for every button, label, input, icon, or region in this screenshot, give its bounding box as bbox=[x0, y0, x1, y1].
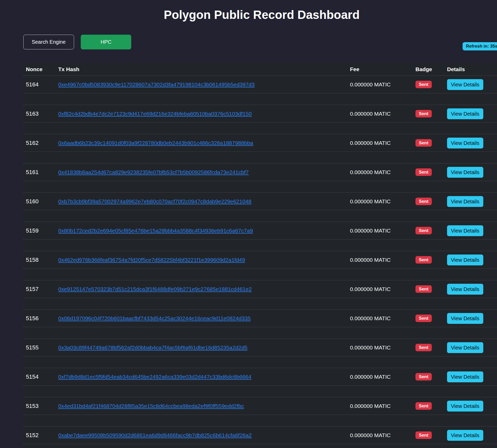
page-root: { "page": { "title": "Polygon Public Rec… bbox=[0, 0, 497, 448]
view-details-button[interactable]: View Details bbox=[447, 79, 483, 90]
fee-value: 0.000000 MATIC bbox=[350, 198, 391, 204]
tx-hash-link[interactable]: 0x06d197096c04f720b601baacfbf7433d54c25a… bbox=[58, 315, 251, 321]
table-row: 5164 0xe4967c0bd5083930c9e117028607a7302… bbox=[23, 76, 497, 93]
badge-cell: Sent bbox=[412, 251, 444, 269]
fee-value: 0.000000 MATIC bbox=[350, 111, 391, 117]
view-details-button[interactable]: View Details bbox=[447, 255, 483, 265]
fee-cell: 0.000000 MATIC bbox=[347, 76, 412, 93]
tx-hash-link[interactable]: 0xe4967c0bd5083930c9e117028607a7302d3fa4… bbox=[58, 81, 255, 87]
fee-value: 0.000000 MATIC bbox=[350, 257, 391, 263]
toolbar: Search Engine HPC bbox=[23, 35, 497, 49]
view-details-button[interactable]: View Details bbox=[447, 138, 483, 148]
hpc-button[interactable]: HPC bbox=[81, 35, 131, 49]
badge-cell: Sent bbox=[412, 134, 444, 152]
view-details-button[interactable]: View Details bbox=[447, 430, 483, 441]
table-row: 5160 0xb7b3cb9bf39a57002974a9962e7eb80c0… bbox=[23, 193, 497, 210]
tx-hash-cell: 0x80b172ced2b2e694e05cf85e476be15a28bbb4… bbox=[55, 222, 347, 240]
view-details-button[interactable]: View Details bbox=[447, 108, 483, 119]
collapsed-detail-row bbox=[23, 152, 497, 163]
tx-hash-link[interactable]: 0x462ed976b366feaf36754a7fd20f5ce7d58225… bbox=[58, 257, 245, 263]
nonce-cell: 5163 bbox=[23, 105, 55, 123]
view-details-button[interactable]: View Details bbox=[447, 313, 483, 324]
view-details-button[interactable]: View Details bbox=[447, 284, 483, 295]
collapsed-detail-cell bbox=[23, 210, 497, 222]
view-details-button[interactable]: View Details bbox=[447, 371, 483, 382]
fee-value: 0.000000 MATIC bbox=[350, 403, 391, 409]
badge-cell: Sent bbox=[412, 163, 444, 181]
nonce-value: 5162 bbox=[26, 140, 39, 146]
nonce-cell: 5160 bbox=[23, 193, 55, 210]
nonce-value: 5156 bbox=[26, 315, 39, 322]
view-details-button[interactable]: View Details bbox=[447, 196, 483, 207]
nonce-cell: 5164 bbox=[23, 76, 55, 93]
status-badge: Sent bbox=[415, 373, 432, 380]
fee-value: 0.000000 MATIC bbox=[350, 374, 391, 380]
status-badge: Sent bbox=[415, 139, 432, 147]
tx-hash-link[interactable]: 0x6aadb6b23c39c14091d0f03a9f228780db0eb2… bbox=[58, 140, 253, 146]
table-row: 5159 0x80b172ced2b2e694e05cf85e476be15a2… bbox=[23, 222, 497, 240]
tx-hash-cell: 0xb7b3cb9bf39a57002974a9962e7eb80c070acf… bbox=[55, 193, 347, 210]
column-header-nonce: Nonce bbox=[23, 63, 55, 76]
fee-cell: 0.000000 MATIC bbox=[347, 222, 412, 240]
tx-hash-cell: 0xe9125147e570323b7d51c215dca3f1f6488dfe… bbox=[55, 280, 347, 298]
collapsed-detail-row bbox=[23, 123, 497, 134]
nonce-value: 5164 bbox=[26, 81, 39, 88]
nonce-cell: 5155 bbox=[23, 339, 55, 356]
fee-value: 0.000000 MATIC bbox=[350, 432, 391, 438]
collapsed-detail-row bbox=[23, 93, 497, 105]
details-cell: View Details bbox=[444, 222, 497, 240]
collapsed-detail-cell bbox=[23, 415, 497, 427]
status-badge: Sent bbox=[415, 81, 432, 88]
fee-value: 0.000000 MATIC bbox=[350, 140, 391, 146]
fee-value: 0.000000 MATIC bbox=[350, 81, 391, 87]
fee-cell: 0.000000 MATIC bbox=[347, 163, 412, 181]
column-header-tx-hash: Tx Hash bbox=[55, 63, 347, 76]
details-cell: View Details bbox=[444, 427, 497, 444]
fee-cell: 0.000000 MATIC bbox=[347, 280, 412, 298]
nonce-cell: 5159 bbox=[23, 222, 55, 240]
badge-cell: Sent bbox=[412, 222, 444, 240]
search-engine-button[interactable]: Search Engine bbox=[23, 35, 74, 49]
view-details-button[interactable]: View Details bbox=[447, 225, 483, 236]
tx-hash-cell: 0xe4967c0bd5083930c9e117028607a7302d3fa4… bbox=[55, 76, 347, 93]
tx-hash-link[interactable]: 0xe9125147e570323b7d51c215dca3f1f6488dfe… bbox=[58, 286, 252, 292]
badge-cell: Sent bbox=[412, 310, 444, 327]
tx-hash-link[interactable]: 0x80b172ced2b2e694e05cf85e476be15a28bbb4… bbox=[58, 228, 253, 234]
nonce-cell: 5158 bbox=[23, 251, 55, 269]
collapsed-detail-cell bbox=[23, 181, 497, 193]
tx-hash-cell: 0x6aadb6b23c39c14091d0f03a9f228780db0eb2… bbox=[55, 134, 347, 152]
nonce-value: 5161 bbox=[26, 169, 39, 175]
table-row: 5163 0xf82c4d2bdb4e7dc2e7123c9d417e69d21… bbox=[23, 105, 497, 123]
table-row: 5156 0x06d197096c04f720b601baacfbf7433d5… bbox=[23, 310, 497, 327]
details-cell: View Details bbox=[444, 193, 497, 210]
badge-cell: Sent bbox=[412, 397, 444, 415]
tx-hash-link[interactable]: 0xf82c4d2bdb4e7dc2e7123c9d417e69d216e324… bbox=[58, 111, 252, 117]
fee-value: 0.000000 MATIC bbox=[350, 169, 391, 175]
collapsed-detail-row bbox=[23, 386, 497, 397]
tx-hash-link[interactable]: 0xf7db9d8d1ec5f9fd54eab34cd645be2492a6ca… bbox=[58, 374, 251, 380]
status-badge: Sent bbox=[415, 402, 432, 410]
status-badge: Sent bbox=[415, 285, 432, 293]
tx-hash-link[interactable]: 0xabe7daee99508b509590d2d6861ea6d9d9486f… bbox=[58, 432, 252, 438]
status-badge: Sent bbox=[415, 431, 432, 439]
nonce-value: 5152 bbox=[26, 432, 39, 438]
collapsed-detail-cell bbox=[23, 327, 497, 339]
view-details-button[interactable]: View Details bbox=[447, 401, 483, 412]
fee-cell: 0.000000 MATIC bbox=[347, 193, 412, 210]
collapsed-detail-row bbox=[23, 415, 497, 427]
collapsed-detail-row bbox=[23, 327, 497, 339]
tx-hash-cell: 0x4ed31bd4af21f468704d28f85a35e15c8d64cc… bbox=[55, 397, 347, 415]
column-header-details: Details bbox=[444, 63, 497, 76]
tx-hash-link[interactable]: 0x4ed31bd4af21f468704d28f85a35e15c8d64cc… bbox=[58, 403, 244, 409]
fee-cell: 0.000000 MATIC bbox=[347, 339, 412, 356]
badge-cell: Sent bbox=[412, 280, 444, 298]
view-details-button[interactable]: View Details bbox=[447, 167, 483, 178]
view-details-button[interactable]: View Details bbox=[447, 342, 483, 353]
fee-cell: 0.000000 MATIC bbox=[347, 397, 412, 415]
tx-hash-link[interactable]: 0x3a03c89f44749a678bf562af2d0bbab4ca7f4a… bbox=[58, 345, 247, 350]
nonce-cell: 5154 bbox=[23, 368, 55, 386]
tx-hash-link[interactable]: 0xb7b3cb9bf39a57002974a9962e7eb80c070acf… bbox=[58, 198, 251, 204]
tx-hash-link[interactable]: 0x41838b8aa254d67ca829e9238235fe07bfb53c… bbox=[58, 169, 249, 175]
refresh-countdown-badge: Refresh in: 35s bbox=[463, 42, 497, 50]
nonce-value: 5158 bbox=[26, 257, 39, 263]
